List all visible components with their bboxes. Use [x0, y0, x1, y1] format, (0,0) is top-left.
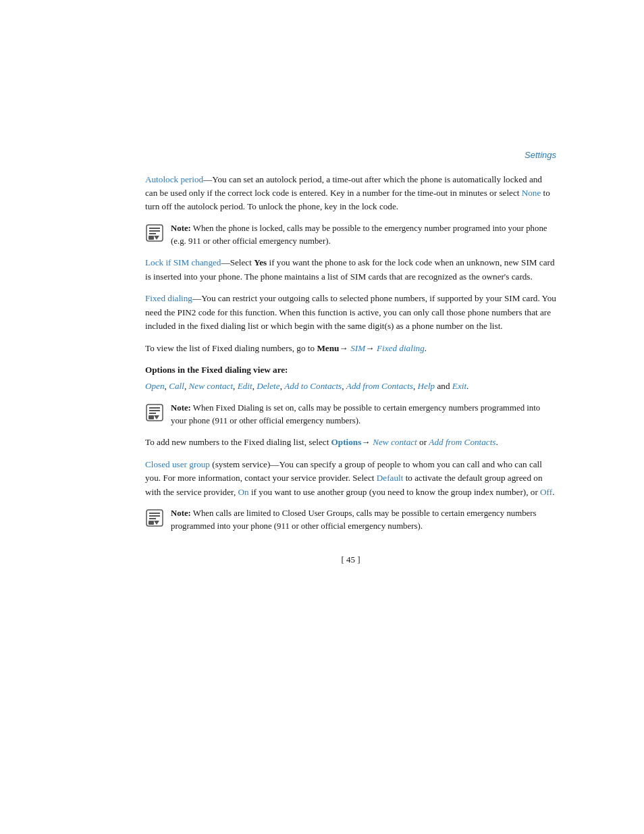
autolock-period-body1: —You can set an autolock period, a time-…	[145, 174, 542, 198]
arrow1: →	[339, 343, 350, 353]
cug-suffix: .	[552, 487, 554, 497]
yes-link: Yes	[254, 257, 267, 267]
autolock-period-para: Autolock period—You can set an autolock …	[145, 173, 556, 214]
cug-body3: if you want to use another group (you ne…	[249, 487, 540, 497]
page-header: Settings	[145, 149, 556, 162]
lock-sim-para: Lock if SIM changed—Select Yes if you wa…	[145, 256, 556, 284]
note3-body: When calls are limited to Closed User Gr…	[171, 509, 536, 531]
note3-box: Note: When calls are limited to Closed U…	[145, 507, 556, 533]
note1-box: Note: When the phone is locked, calls ma…	[145, 222, 556, 248]
note2-label: Note:	[171, 403, 191, 413]
new-contact-link: New contact	[373, 437, 417, 447]
fixed-nav-suffix: .	[425, 343, 427, 353]
option-delete: Delete	[257, 381, 279, 391]
fixed-dialing-link: Fixed dialing	[145, 293, 192, 303]
svg-marker-5	[154, 236, 159, 240]
option-open: Open	[145, 381, 165, 391]
and-text: and	[435, 381, 452, 391]
svg-rect-7	[149, 407, 160, 409]
note1-icon	[145, 224, 164, 242]
off-link: Off	[540, 487, 552, 497]
svg-rect-2	[149, 230, 160, 232]
svg-rect-4	[149, 236, 154, 240]
note2-text: Note: When Fixed Dialing is set on, call…	[171, 402, 556, 427]
svg-rect-3	[149, 233, 156, 234]
option-add-to-contacts: Add to Contacts	[284, 381, 342, 391]
note1-body: When the phone is locked, calls may be p…	[171, 224, 547, 246]
svg-rect-14	[149, 515, 160, 517]
autolock-period-link: Autolock period	[145, 174, 203, 184]
fixed-dialing-para: Fixed dialing—You can restrict your outg…	[145, 292, 556, 333]
option-help: Help	[418, 381, 435, 391]
add-numbers-prefix: To add new numbers to the Fixed dialing …	[145, 437, 331, 447]
note2-body: When Fixed Dialing is set on, calls may …	[171, 403, 540, 425]
header-title: Settings	[525, 150, 556, 160]
fixed-dialing-nav-para: To view the list of Fixed dialing number…	[145, 342, 556, 355]
svg-rect-10	[149, 415, 154, 419]
lock-sim-link: Lock if SIM changed	[145, 257, 221, 267]
option-call: Call	[169, 381, 184, 391]
svg-marker-17	[154, 521, 159, 525]
fixed-nav-prefix: To view the list of Fixed dialing number…	[145, 343, 317, 353]
fixed-link: Fixed dialing	[377, 343, 425, 353]
svg-rect-16	[149, 521, 154, 525]
default-link: Default	[377, 473, 404, 483]
menu-link: Menu	[317, 343, 339, 353]
option-new-contact: New contact	[188, 381, 233, 391]
page: Settings Autolock period—You can set an …	[0, 0, 644, 834]
options-link: Options	[331, 437, 362, 447]
options-heading: Options in the Fixed dialing view are:	[145, 363, 556, 377]
svg-marker-11	[154, 415, 159, 419]
add-middle: or	[417, 437, 429, 447]
add-arrow: →	[361, 437, 373, 447]
option-add-from-contacts: Add from Contacts	[346, 381, 413, 391]
svg-rect-13	[149, 513, 160, 514]
page-number: [ 45 ]	[145, 553, 556, 567]
svg-rect-1	[149, 228, 160, 229]
svg-rect-15	[149, 518, 156, 519]
closed-user-group-para: Closed user group (system service)—You c…	[145, 458, 556, 499]
add-suffix: .	[496, 437, 498, 447]
option-exit: Exit	[452, 381, 466, 391]
options-list-para: Open, Call, New contact, Edit, Delete, A…	[145, 380, 556, 393]
note3-label: Note:	[171, 509, 191, 518]
note3-text: Note: When calls are limited to Closed U…	[171, 507, 556, 533]
fixed-dialing-body: —You can restrict your outgoing calls to…	[145, 293, 556, 331]
svg-rect-8	[149, 410, 160, 411]
sep3: ,	[233, 381, 238, 391]
note2-box: Note: When Fixed Dialing is set on, call…	[145, 402, 556, 427]
none-link: None	[522, 188, 541, 198]
note2-icon	[145, 403, 164, 422]
on-link: On	[238, 487, 249, 497]
sim-link: SIM	[350, 343, 365, 353]
add-from-link: Add from Contacts	[429, 437, 495, 447]
note3-icon	[145, 509, 164, 527]
note1-text: Note: When the phone is locked, calls ma…	[171, 222, 556, 248]
arrow2: →	[365, 343, 377, 353]
options-suffix: .	[466, 381, 468, 391]
sep7: ,	[413, 381, 418, 391]
sep6: ,	[342, 381, 346, 391]
svg-rect-9	[149, 413, 156, 414]
note1-label: Note:	[171, 224, 191, 233]
add-numbers-para: To add new numbers to the Fixed dialing …	[145, 436, 556, 449]
lock-sim-body1: —Select	[221, 257, 254, 267]
closed-user-group-link: Closed user group	[145, 459, 210, 469]
option-edit: Edit	[238, 381, 252, 391]
